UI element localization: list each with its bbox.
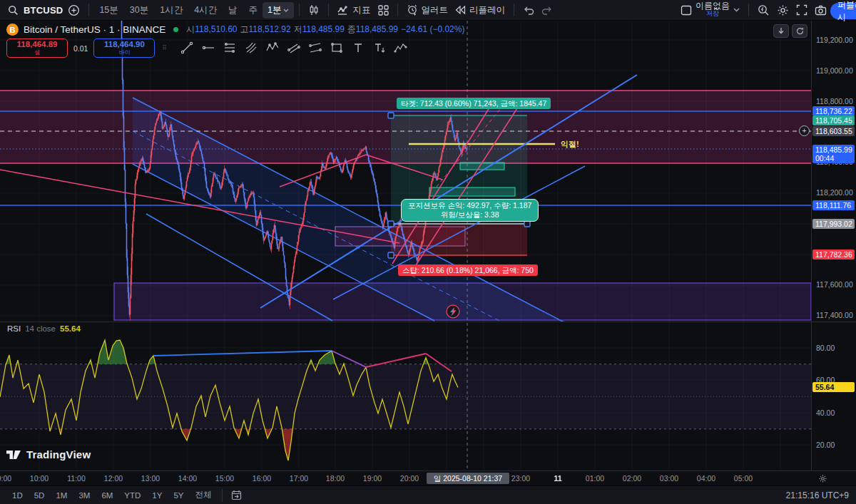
redo-button[interactable]: [538, 4, 556, 17]
alert-button[interactable]: 얼러트: [403, 2, 452, 19]
undo-button[interactable]: [519, 4, 538, 17]
symbol-title[interactable]: Bitcoin / TetherUS · 1 · BINANCE: [24, 24, 165, 35]
time-axis-settings-icon[interactable]: [818, 473, 827, 486]
range-6M[interactable]: 6M: [96, 490, 118, 501]
price-tick: 119,200.00: [816, 36, 853, 44]
interval-15분[interactable]: 15분: [94, 2, 123, 19]
time-tick: 12:00: [104, 474, 123, 483]
toolbar-separator: [222, 489, 223, 502]
buy-button[interactable]: 118,464.90 바이: [93, 38, 155, 58]
add-alert-plus-icon[interactable]: +: [799, 125, 810, 136]
price-badge[interactable]: 118,705.45: [812, 115, 855, 125]
price-badge[interactable]: 118,736.22: [812, 106, 855, 116]
time-tick: 11:00: [67, 474, 86, 483]
change-value: −24.61 (−0.02%): [401, 24, 464, 34]
open-value: 118,510.60: [195, 24, 237, 34]
clock-utc[interactable]: 21:15:16 UTC+9: [786, 490, 849, 500]
rectangle-icon[interactable]: [327, 38, 346, 57]
trend-line-icon[interactable]: [178, 38, 196, 57]
range-1Y[interactable]: 1Y: [147, 490, 167, 501]
time-tick: 17:00: [290, 474, 308, 483]
price-badge-value: 118,705.45: [815, 116, 852, 125]
time-axis[interactable]: 일 2025-08-10 21:37 09:0010:0011:0012:001…: [0, 470, 856, 485]
tradingview-logo[interactable]: TradingView: [6, 448, 91, 461]
price-badge[interactable]: 117,993.02: [812, 219, 855, 229]
indicators-button[interactable]: 지표: [334, 2, 374, 19]
parallel-channel-icon[interactable]: [285, 38, 303, 57]
trade-panel-row: 118,464.89 셀 0.01 118,464.90 바이 ⠿: [6, 38, 410, 58]
price-tick: 117,600.00: [816, 280, 853, 289]
range-5Y[interactable]: 5Y: [168, 490, 188, 501]
interval-selected[interactable]: 1분: [263, 2, 293, 19]
sell-button[interactable]: 118,464.89 셀: [6, 38, 68, 58]
main-chart-canvas[interactable]: [0, 21, 811, 470]
range-3M[interactable]: 3M: [73, 490, 95, 501]
interval-날[interactable]: 날: [223, 2, 243, 19]
settings-gear-icon[interactable]: [773, 2, 793, 19]
time-tick: 15:00: [215, 474, 234, 483]
rsi-params: 14 close: [25, 324, 56, 333]
top-toolbar: BTCUSD 15분30분1시간4시간날주 1분 지표 얼러트: [0, 0, 856, 21]
layout-name-button[interactable]: 이름없음 저장: [696, 2, 730, 18]
pitchfork-icon[interactable]: [242, 38, 260, 57]
pane-separator[interactable]: [0, 322, 856, 322]
elliott-wave-icon[interactable]: [392, 38, 410, 57]
screenshot-camera-icon[interactable]: [811, 3, 830, 18]
range-5D[interactable]: 5D: [29, 490, 50, 501]
open-label: 시: [186, 24, 195, 34]
interval-4시간[interactable]: 4시간: [189, 2, 222, 19]
position-stop-label[interactable]: 스탑: 210.66 (0.18%) 21,066, 금액: 750: [398, 264, 538, 276]
price-badge[interactable]: 118,111.76: [812, 200, 855, 210]
anchored-text-icon[interactable]: [370, 38, 389, 57]
publish-button[interactable]: 퍼블리시: [830, 3, 856, 19]
horizontal-ray-icon[interactable]: [199, 38, 218, 57]
rsi-indicator-header[interactable]: RSI 14 close 55.64: [7, 324, 81, 333]
disjoint-channel-icon[interactable]: [306, 38, 325, 57]
go-to-date-icon[interactable]: [228, 488, 245, 503]
price-badge[interactable]: 118,603.55: [812, 126, 855, 136]
price-badge-value: 117,782.36: [815, 250, 852, 259]
xabcd-pattern-icon[interactable]: [263, 38, 282, 57]
market-status-dot[interactable]: [173, 27, 178, 32]
scroll-down-button[interactable]: [773, 24, 789, 38]
fullscreen-icon[interactable]: [793, 2, 811, 18]
range-1M[interactable]: 1M: [51, 490, 72, 501]
interval-주[interactable]: 주: [244, 2, 263, 19]
drag-handle[interactable]: ⠿: [162, 46, 168, 50]
chart-area[interactable]: B Bitcoin / TetherUS · 1 · BINANCE 시118,…: [0, 21, 811, 470]
chart-style-icon[interactable]: [305, 2, 323, 18]
reset-view-button[interactable]: [792, 24, 807, 38]
position-target-label[interactable]: 타겟: 712.43 (0.60%) 71,243, 금액: 1845.47: [397, 98, 551, 109]
text-icon[interactable]: [349, 38, 367, 57]
time-tick: 19:00: [363, 474, 382, 483]
layout-template-icon[interactable]: [677, 3, 696, 18]
high-label: 고: [240, 24, 249, 34]
chevron-down-icon[interactable]: [730, 6, 743, 14]
publish-button-wrap: 퍼블리시: [830, 1, 852, 19]
bitcoin-logo-icon: B: [6, 24, 19, 36]
quick-search-icon[interactable]: [754, 2, 773, 19]
interval-30분[interactable]: 30분: [125, 2, 153, 19]
price-badge[interactable]: 118,485.9900:44: [812, 145, 855, 163]
time-tick: 18:00: [326, 474, 345, 483]
fib-retracement-icon[interactable]: [220, 38, 239, 57]
toolbar-separator: [299, 4, 300, 16]
interval-1시간[interactable]: 1시간: [155, 2, 188, 19]
save-layout-label[interactable]: 저장: [706, 10, 719, 18]
add-symbol-icon[interactable]: [64, 2, 83, 19]
high-value: 118,512.92: [249, 24, 291, 34]
replay-button[interactable]: 리플레이: [452, 2, 509, 19]
range-YTD[interactable]: YTD: [119, 490, 146, 501]
range-1D[interactable]: 1D: [7, 490, 28, 501]
symbol-search-icon[interactable]: [4, 3, 22, 18]
symbol-search-button[interactable]: BTCUSD: [24, 5, 63, 16]
range-전체[interactable]: 전체: [190, 488, 217, 502]
price-badge[interactable]: 117,782.36: [812, 250, 855, 259]
layout-grid-icon[interactable]: [374, 3, 392, 18]
date-range-group: 1D5D1M3M6MYTD1Y5Y전체: [7, 488, 217, 502]
position-handle: [388, 252, 394, 258]
price-axis[interactable]: 119,200.00119,000.00118,800.00118,400.00…: [811, 21, 856, 470]
position-info-box[interactable]: 포지션보유 손익: 492.97, 수량: 1.187 위험/보상율: 3.38: [401, 199, 539, 222]
rsi-tick: 20.00: [816, 441, 835, 449]
time-tick: 11: [554, 474, 561, 483]
